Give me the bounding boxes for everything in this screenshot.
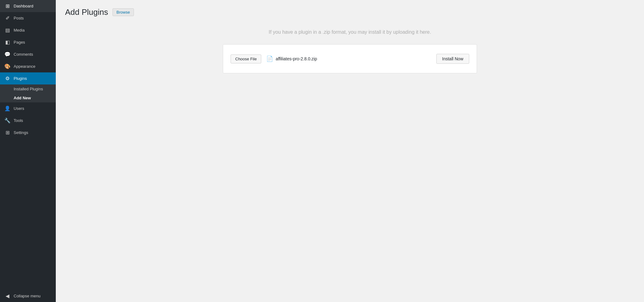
sidebar-item-comments[interactable]: 💬 Comments: [0, 48, 56, 60]
collapse-menu-label: Collapse menu: [14, 294, 41, 298]
sidebar-item-plugins[interactable]: ⚙ Plugins: [0, 72, 56, 84]
sidebar-item-pages[interactable]: ◧ Pages: [0, 36, 56, 48]
plugins-submenu: Installed Plugins Add New: [0, 84, 56, 102]
file-name-area: 📄 affiliates-pro-2.8.0.zip: [266, 55, 431, 62]
sidebar-item-users[interactable]: 👤 Users: [0, 102, 56, 114]
media-icon: ▤: [4, 27, 11, 33]
appearance-icon: 🎨: [4, 63, 11, 69]
sidebar-sub-item-add-new[interactable]: Add New: [0, 93, 56, 102]
sidebar-item-posts[interactable]: ✐ Posts: [0, 12, 56, 24]
browse-button[interactable]: Browse: [112, 8, 134, 16]
sidebar-item-label-comments: Comments: [14, 52, 33, 57]
plugins-icon: ⚙: [4, 76, 11, 81]
sidebar-item-label-dashboard: Dashboard: [14, 4, 33, 8]
pages-icon: ◧: [4, 39, 11, 45]
info-text: If you have a plugin in a .zip format, y…: [65, 29, 635, 35]
posts-icon: ✐: [4, 15, 11, 21]
collapse-icon: ◀: [4, 293, 11, 299]
comments-icon: 💬: [4, 51, 11, 57]
choose-file-button[interactable]: Choose File: [231, 54, 261, 63]
sidebar-item-tools[interactable]: 🔧 Tools: [0, 114, 56, 127]
file-name-text: affiliates-pro-2.8.0.zip: [276, 56, 317, 61]
sidebar-item-appearance[interactable]: 🎨 Appearance: [0, 60, 56, 72]
upload-box: Choose File 📄 affiliates-pro-2.8.0.zip I…: [223, 44, 477, 73]
sidebar-item-settings[interactable]: ⊞ Settings: [0, 127, 56, 139]
sidebar-item-label-posts: Posts: [14, 16, 24, 20]
sidebar-item-label-users: Users: [14, 106, 24, 111]
collapse-menu-button[interactable]: ◀ Collapse menu: [0, 290, 56, 302]
sidebar: ⊞ Dashboard ✐ Posts ▤ Media ◧ Pages 💬 Co…: [0, 0, 56, 302]
page-title-row: Add Plugins Browse: [65, 7, 635, 17]
sidebar-item-label-pages: Pages: [14, 40, 25, 45]
sidebar-item-label-plugins: Plugins: [14, 76, 27, 81]
file-zip-icon: 📄: [266, 55, 273, 62]
sidebar-item-label-media: Media: [14, 28, 24, 32]
sidebar-item-label-settings: Settings: [14, 130, 28, 135]
sidebar-item-media[interactable]: ▤ Media: [0, 24, 56, 36]
sidebar-item-label-tools: Tools: [14, 118, 23, 123]
install-now-button[interactable]: Install Now: [436, 54, 469, 64]
settings-icon: ⊞: [4, 130, 11, 136]
sidebar-item-label-appearance: Appearance: [14, 64, 35, 69]
users-icon: 👤: [4, 106, 11, 111]
sidebar-item-dashboard[interactable]: ⊞ Dashboard: [0, 0, 56, 12]
main-content: Add Plugins Browse If you have a plugin …: [56, 0, 644, 302]
sidebar-sub-item-installed-plugins[interactable]: Installed Plugins: [0, 84, 56, 93]
dashboard-icon: ⊞: [4, 3, 11, 9]
tools-icon: 🔧: [4, 118, 11, 123]
page-title: Add Plugins: [65, 7, 108, 17]
